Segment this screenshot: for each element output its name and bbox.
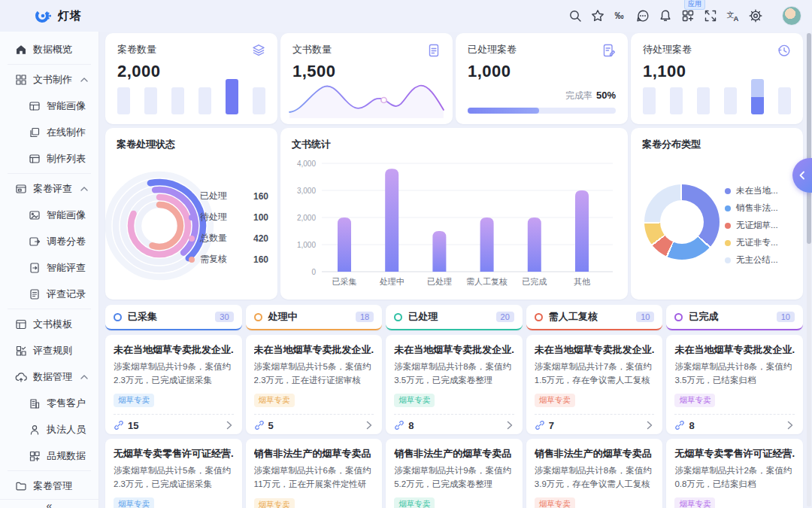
donut-legend: 未在当地... 销售非法... 无证烟草... 无证非专... 无主公结... [725,185,795,266]
sidebar-item-smart-profile-case[interactable]: 智能画像 [0,202,98,228]
message-icon[interactable] [632,5,654,26]
link-count: 8 [408,420,414,431]
kanban-card[interactable]: 未在当地烟草专卖批发企业... 涉案烟草制品共计9条，案值约2.3万元，已完成证… [105,335,242,434]
sidebar-divider [8,64,91,65]
kanban-cards-row-2: 无烟草专卖零售许可证经营... 涉案烟草制品共计5条，案值约2.3万元，已完成证… [105,439,803,508]
sidebar-item-label: 数据管理 [33,370,72,384]
sidebar-item-doc-create[interactable]: 文书制作 [0,66,98,93]
sidebar-item-product-data[interactable]: 品规数据 [0,443,98,469]
sidebar-item-smart-profile-doc[interactable]: 智能画像 [0,93,98,119]
mini-bar [144,87,157,114]
sidebar-item-label: 调卷分卷 [47,235,86,248]
sidebar-item-case-review[interactable]: 案卷评查 [0,175,98,202]
chevron-right-icon[interactable] [505,420,514,430]
chevron-up-icon[interactable] [80,375,88,379]
sidebar-item-smart-review[interactable]: 智能评查 [0,254,98,281]
legend-label: 销售非法... [736,202,778,214]
sidebar-collapse-button[interactable]: « [0,499,98,508]
stat-card-1: 文书数量 1,500 [280,33,453,124]
link-count: 7 [549,420,554,431]
card-tag: 烟草专卖 [394,497,435,508]
sidebar-item-review-records[interactable]: 评查记录 [0,281,98,307]
chevron-right-icon[interactable] [786,420,795,430]
svg-text:处理中: 处理中 [380,277,404,286]
card-description: 涉案烟草制品共计5条，案值约2.3万元，已完成证据采集 [114,464,234,491]
permille-icon[interactable]: ‰ [609,5,632,26]
settings-icon[interactable] [744,5,767,26]
chart-title: 案卷处理状态 [117,138,175,151]
kanban-card[interactable]: 无烟草专卖零售许可证经营... 涉案烟草制品共计2条，案值约0.8万元，已结案归… [666,439,803,508]
translate-icon[interactable]: 文A [722,5,744,26]
card-description: 涉案烟草制品共计6条，案值约11万元，正在开展案件定性研讨 [254,464,374,492]
status-ring-icon [254,313,262,321]
stat-card-3: 待处理案卷 1,100 [631,33,803,124]
sidebar-item-label: 评查记录 [47,287,86,301]
status-ring-icon [114,313,122,321]
mini-bar-chart [117,79,265,114]
kanban-card[interactable]: 未在当地烟草专卖批发企业... 涉案烟草制品共计5条，案值约2.3万元，正在进行… [246,335,383,434]
card-title: 无烟草专卖零售许可证经营... [114,447,234,461]
favorite-icon[interactable] [586,5,609,26]
kanban-card[interactable]: 未在当地烟草专卖批发企业... 涉案烟草制品共计7条，案值约1.5万元，存在争议… [526,335,663,434]
legend-value: 160 [253,254,268,265]
card-title: 未在当地烟草专卖批发企业... [394,343,514,357]
kanban-card[interactable]: 未在当地烟草专卖批发企业... 涉案烟草制品共计8条，案值约3.5万元，已结案归… [666,335,803,434]
fullscreen-icon[interactable] [699,5,722,26]
chart-title: 文书统计 [292,138,331,151]
column-count-badge: 10 [777,312,795,322]
kanban-column-header-manual-review: 需人工复核 10 [526,305,663,330]
kanban-card[interactable]: 无烟草专卖零售许可证经营... 涉案烟草制品共计5条，案值约2.3万元，已完成证… [105,439,242,508]
kanban-card[interactable]: 销售非法生产的烟草专卖品 涉案烟草制品共计6条，案值约11万元，正在开展案件定性… [246,439,383,508]
sidebar-item-file-split[interactable]: 调卷分卷 [0,228,98,254]
chevron-right-icon[interactable] [645,420,654,430]
sidebar-item-doc-template[interactable]: 文书模板 [0,311,98,337]
sidebar-item-create-list[interactable]: 制作列表 [0,145,98,172]
sidebar-item-retail-customers[interactable]: 零售客户 [0,390,98,416]
legend-label: 需复核 [200,253,227,266]
sidebar-item-law-officers[interactable]: 执法人员 [0,416,98,443]
mini-line-chart [288,78,445,118]
sidebar-item-review-rules[interactable]: 评查规则 [0,337,98,364]
kanban-card[interactable]: 未在当地烟草专卖批发企业... 涉案烟草制品共计8条，案值约3.5万元，已完成案… [386,335,523,434]
card-title: 未在当地烟草专卖批发企业... [674,343,795,357]
layout-icon [29,100,41,112]
sidebar-item-case-manage[interactable]: 案卷管理 [0,473,98,499]
sidebar-item-label: 智能画像 [47,208,86,222]
progress-block: 完成率50% [468,90,616,114]
mini-bar [697,87,710,114]
legend-item: 无证烟草... [725,220,795,231]
links-group: 15 [114,420,138,431]
sidebar-item-data-manage[interactable]: 数据管理 [0,364,98,390]
card-title: 销售非法生产的烟草专卖品 [254,447,374,461]
stat-title: 案卷数量 [117,43,156,56]
svg-text:‰: ‰ [615,11,624,21]
legend-dot [725,257,731,263]
card-tag: 烟草专卖 [114,497,154,508]
kanban-card[interactable]: 销售非法生产的烟草专卖品 涉案烟草制品共计9条，案值约5.2万元，已完成案卷整理… [386,439,523,508]
kanban-column-header-processed: 已处理 20 [386,305,523,330]
chevron-up-icon[interactable] [80,78,88,82]
folder-icon [15,480,27,492]
scrollbar-thumb[interactable] [807,33,811,244]
chevron-up-icon[interactable] [80,187,88,191]
grid-icon [15,74,27,86]
kanban-card[interactable]: 销售非法生产的烟草专卖品 涉案烟草制品共计8条，案值约3.9万元，存在争议需人工… [526,439,663,508]
apps-icon[interactable]: 应用 [677,5,699,26]
card-tag: 烟草专卖 [674,394,715,407]
page-scrollbar[interactable] [807,33,811,506]
sidebar-menu: 数据概览文书制作智能画像在线制作制作列表案卷评查智能画像调卷分卷智能评查评查记录… [0,32,98,499]
search-icon[interactable] [564,5,586,26]
notification-icon[interactable] [654,5,677,26]
user-avatar[interactable] [782,6,801,26]
chevron-right-icon[interactable] [365,420,374,430]
chart-doc-stats-card: 文书统计 01,0002,0003,0004,000已采集处理中已处理需人工复核… [280,128,628,300]
card-title: 无烟草专卖零售许可证经营... [674,447,795,461]
card-footer: 8 [394,414,514,431]
sidebar-item-data-overview[interactable]: 数据概览 [0,36,98,62]
sidebar-item-online-create[interactable]: 在线制作 [0,119,98,145]
chevron-right-icon[interactable] [225,420,234,430]
links-group: 5 [254,420,274,431]
card-description: 涉案烟草制品共计2条，案值约0.8万元，已结案归档 [674,464,795,491]
links-group: 7 [535,420,554,431]
card-title: 销售非法生产的烟草专卖品 [535,447,655,461]
